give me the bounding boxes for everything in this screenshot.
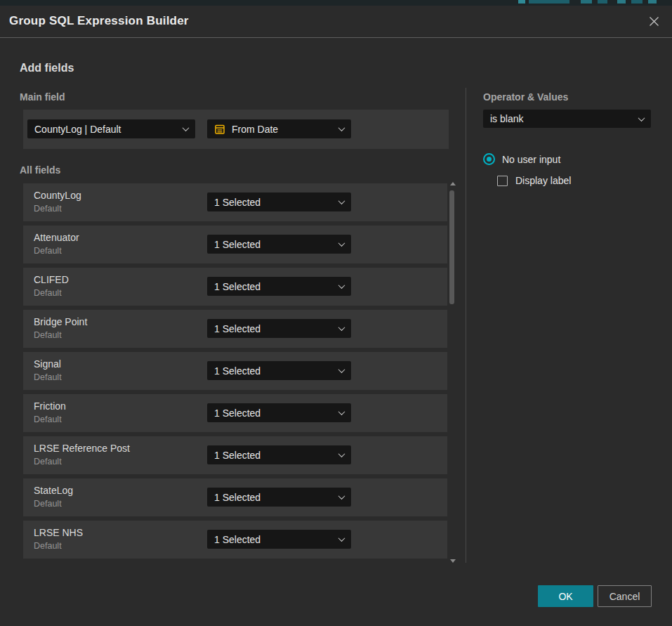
chevron-down-icon [338,450,345,457]
layer-select-value: CountyLog | Default [34,124,121,135]
field-sublabel: Default [34,372,62,382]
field-row: CountyLog Default 1 Selected [23,183,447,221]
field-row: StateLog Default 1 Selected [23,478,447,516]
field-name: CLIFED [34,274,69,285]
main-field-container: CountyLog | Default From Date [23,110,449,149]
background-fragment [518,0,525,4]
field-row: Attenuator Default 1 Selected [23,226,447,263]
chevron-down-icon [338,240,345,247]
chevron-down-icon [338,366,345,373]
group-sql-expression-builder-dialog: Group SQL Expression Builder Add fields … [0,6,672,626]
ok-button[interactable]: OK [538,585,593,607]
field-selected-value: 1 Selected [214,534,261,545]
all-fields-list: CountyLog Default 1 Selected Attenuator … [23,183,447,563]
field-sublabel: Default [34,457,62,467]
field-sublabel: Default [34,499,62,509]
dialog-titlebar: Group SQL Expression Builder [0,6,672,38]
background-fragment [617,0,626,4]
field-row: LRSE NHS Default 1 Selected [23,521,447,559]
field-select[interactable]: From Date [207,119,351,138]
field-name: Bridge Point [34,316,87,327]
field-selected-value: 1 Selected [214,323,261,334]
field-name: Signal [34,358,61,370]
field-selected-value: 1 Selected [214,281,261,292]
field-sublabel: Default [34,541,62,551]
field-selected-dropdown[interactable]: 1 Selected [207,488,351,507]
field-selected-dropdown[interactable]: 1 Selected [207,361,351,380]
field-selected-value: 1 Selected [214,239,261,250]
chevron-down-icon [338,324,345,331]
radio-selected-icon [483,153,495,165]
close-button[interactable] [646,13,661,29]
chevron-down-icon [338,493,345,500]
field-selected-value: 1 Selected [214,407,261,419]
display-label-option[interactable]: Display label [497,175,571,186]
field-selected-value: 1 Selected [214,197,261,208]
calendar-icon [214,124,225,135]
field-selected-dropdown[interactable]: 1 Selected [207,530,351,549]
field-selected-dropdown[interactable]: 1 Selected [207,445,351,464]
operator-select-value: is blank [490,113,523,124]
field-selected-dropdown[interactable]: 1 Selected [207,235,351,254]
fields-list-scrollbar[interactable] [449,181,456,564]
screen: Group SQL Expression Builder Add fields … [0,0,672,626]
field-name: StateLog [34,485,73,496]
background-fragment [581,0,592,4]
field-row: Bridge Point Default 1 Selected [23,310,447,348]
field-sublabel: Default [34,330,62,340]
field-row: Friction Default 1 Selected [23,394,447,432]
chevron-down-icon [338,282,345,289]
scroll-up-arrow-icon[interactable] [450,182,456,185]
chevron-down-icon [338,197,345,204]
no-user-input-option[interactable]: No user input [483,153,560,165]
field-selected-dropdown[interactable]: 1 Selected [207,193,351,211]
field-selected-dropdown[interactable]: 1 Selected [207,403,351,422]
background-app-strip [0,0,672,6]
field-name: LRSE NHS [34,527,83,538]
cancel-button[interactable]: Cancel [598,585,652,607]
no-user-input-label: No user input [502,154,560,165]
field-selected-dropdown[interactable]: 1 Selected [207,277,351,296]
chevron-down-icon [338,124,345,131]
all-fields-label: All fields [20,164,60,176]
background-fragment [631,0,643,4]
field-sublabel: Default [34,288,62,298]
field-sublabel: Default [34,204,62,214]
field-select-value: From Date [232,124,278,135]
background-fragment [529,0,569,4]
scrollbar-thumb[interactable] [449,190,454,304]
dialog-title: Group SQL Expression Builder [9,14,189,28]
add-fields-heading: Add fields [20,62,74,74]
field-name: CountyLog [34,190,81,201]
field-row: CLIFED Default 1 Selected [23,268,447,306]
checkbox-unchecked-icon [497,176,508,186]
field-selected-dropdown[interactable]: 1 Selected [207,319,351,338]
field-sublabel: Default [34,246,62,256]
scroll-down-arrow-icon[interactable] [450,559,456,563]
field-row: LRSE Reference Post Default 1 Selected [23,436,447,474]
operator-select[interactable]: is blank [483,110,651,128]
operator-values-heading: Operator & Values [483,91,568,103]
field-row: Signal Default 1 Selected [23,352,447,390]
field-name: Friction [34,400,66,412]
field-selected-value: 1 Selected [214,450,261,461]
main-field-label: Main field [20,91,65,103]
layer-select[interactable]: CountyLog | Default [27,119,195,138]
background-fragment [598,0,607,4]
field-selected-value: 1 Selected [214,365,261,377]
chevron-down-icon [338,535,345,542]
field-selected-value: 1 Selected [214,492,261,503]
background-fragment [648,0,657,4]
chevron-down-icon [338,408,345,415]
panel-divider [466,88,466,563]
chevron-down-icon [183,124,190,131]
chevron-down-icon [638,115,645,122]
field-sublabel: Default [34,415,62,424]
field-name: Attenuator [34,232,79,243]
close-icon [648,15,660,27]
field-name: LRSE Reference Post [34,443,130,454]
display-label-label: Display label [515,175,571,186]
